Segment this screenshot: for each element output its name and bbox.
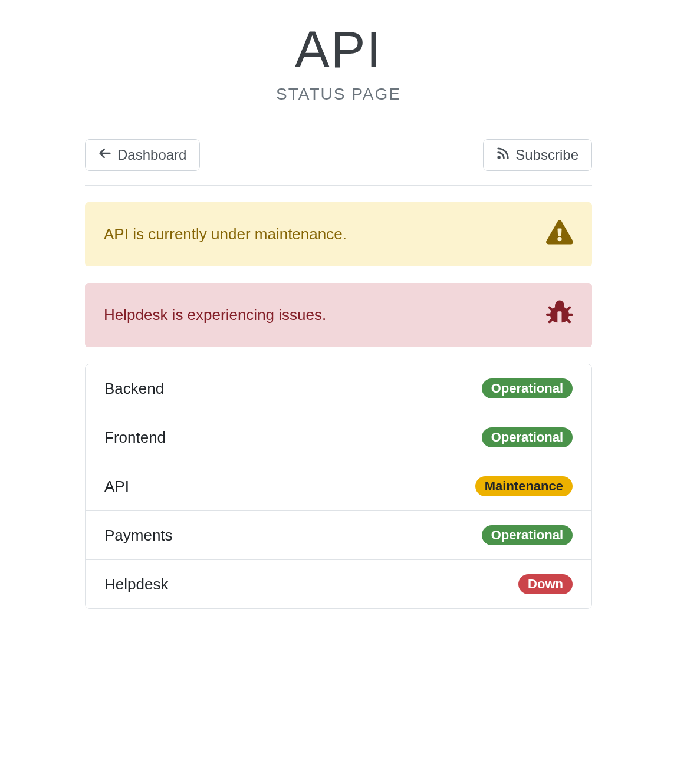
dashboard-button[interactable]: Dashboard	[85, 139, 200, 171]
page-subtitle: STATUS PAGE	[85, 85, 592, 104]
status-badge: Operational	[482, 378, 573, 398]
page-title: API	[85, 24, 592, 75]
component-row-api: API Maintenance	[86, 462, 591, 511]
dashboard-button-label: Dashboard	[117, 147, 186, 163]
alert-issue: Helpdesk is experiencing issues.	[85, 283, 592, 347]
rss-icon	[497, 147, 510, 163]
divider	[85, 185, 592, 186]
action-bar: Dashboard Subscribe	[85, 139, 592, 171]
component-name: API	[104, 477, 129, 496]
component-row-payments: Payments Operational	[86, 511, 591, 560]
component-row-helpdesk: Helpdesk Down	[86, 560, 591, 608]
status-badge: Operational	[482, 427, 573, 447]
status-badge: Maintenance	[475, 476, 573, 496]
component-name: Backend	[104, 380, 164, 398]
alert-message: API is currently under maintenance.	[104, 225, 347, 243]
component-row-frontend: Frontend Operational	[86, 413, 591, 462]
component-name: Frontend	[104, 429, 166, 447]
alert-message: Helpdesk is experiencing issues.	[104, 306, 326, 324]
components-list: Backend Operational Frontend Operational…	[85, 364, 592, 609]
alert-maintenance: API is currently under maintenance.	[85, 202, 592, 266]
component-name: Helpdesk	[104, 575, 168, 594]
warning-triangle-icon	[546, 219, 573, 250]
bug-icon	[546, 299, 573, 331]
component-name: Payments	[104, 526, 173, 545]
status-badge: Operational	[482, 525, 573, 545]
subscribe-button-label: Subscribe	[515, 147, 579, 163]
subscribe-button[interactable]: Subscribe	[483, 139, 592, 171]
page-header: API STATUS PAGE	[85, 24, 592, 104]
status-badge: Down	[518, 574, 573, 594]
arrow-left-icon	[98, 147, 111, 163]
component-row-backend: Backend Operational	[86, 364, 591, 413]
